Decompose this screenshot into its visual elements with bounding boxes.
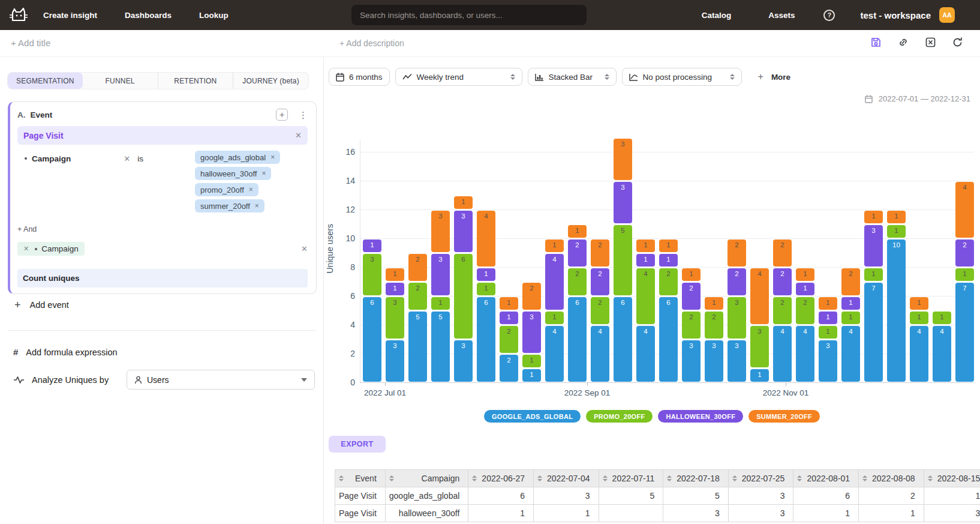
bar-segment[interactable]: 1: [568, 225, 587, 238]
aggregation-selector[interactable]: Count uniques: [17, 269, 308, 288]
legend-item[interactable]: GOOGLE_ADS_GLOBAL: [484, 410, 581, 423]
bar-segment[interactable]: 6: [568, 297, 587, 382]
bar-segment[interactable]: 5: [431, 312, 450, 382]
bar-segment[interactable]: 4: [933, 326, 951, 382]
bar-segment[interactable]: 10: [887, 239, 906, 382]
sort-icon[interactable]: [928, 475, 933, 481]
bar-segment[interactable]: 2: [522, 283, 541, 310]
bar-segment[interactable]: 2: [773, 268, 792, 295]
bar-segment[interactable]: 4: [636, 268, 655, 324]
bar-segment[interactable]: 3: [522, 312, 541, 353]
export-button[interactable]: EXPORT: [329, 436, 386, 453]
bar-segment[interactable]: 3: [454, 211, 473, 252]
remove-event-icon[interactable]: ✕: [295, 131, 302, 140]
filter-operator[interactable]: is: [137, 154, 143, 163]
bar-segment[interactable]: 4: [591, 326, 609, 382]
bar-segment[interactable]: 6: [477, 297, 495, 382]
bar-segment[interactable]: 1: [682, 268, 701, 281]
sort-icon[interactable]: [537, 475, 542, 481]
bar-segment[interactable]: 1: [386, 283, 404, 295]
bar-segment[interactable]: 1: [363, 239, 381, 252]
bar-segment[interactable]: 2: [591, 268, 609, 295]
search-input[interactable]: [351, 5, 587, 25]
duplicate-event-icon[interactable]: +: [276, 109, 288, 121]
add-event-button[interactable]: + Add event: [14, 300, 69, 310]
add-and-filter-button[interactable]: + And: [17, 225, 37, 233]
tab-funnel[interactable]: FUNNEL: [83, 73, 158, 89]
topbar-nav-item[interactable]: Dashboards: [125, 11, 172, 20]
bar-segment[interactable]: 2: [500, 326, 518, 353]
event-menu-icon[interactable]: ⋮: [299, 110, 308, 119]
remove-breakdown-icon[interactable]: ✕: [23, 245, 29, 253]
bar-segment[interactable]: 4: [955, 182, 974, 238]
filter-value-chip[interactable]: halloween_30off×: [195, 167, 271, 180]
bar-segment[interactable]: 1: [386, 268, 404, 281]
bar-segment[interactable]: 3: [864, 225, 883, 267]
link-icon[interactable]: [897, 37, 909, 48]
add-description-field[interactable]: + Add description: [339, 38, 404, 48]
bar-segment[interactable]: 1: [636, 239, 655, 252]
sort-icon[interactable]: [389, 475, 394, 481]
legend-item[interactable]: SUMMER_20OFF: [748, 410, 820, 423]
topbar-right-nav-item[interactable]: Catalog: [702, 11, 732, 20]
bar-segment[interactable]: 3: [431, 254, 450, 295]
sort-icon[interactable]: [339, 475, 344, 481]
bar-segment[interactable]: 7: [955, 283, 974, 382]
event-selector[interactable]: Page Visit ✕: [17, 126, 308, 145]
bar-segment[interactable]: 3: [705, 340, 723, 382]
bar-segment[interactable]: 5: [408, 312, 427, 382]
bar-segment[interactable]: 3: [728, 340, 746, 382]
bar-segment[interactable]: 2: [796, 297, 814, 324]
bar-segment[interactable]: 1: [477, 268, 495, 281]
analyze-by-select[interactable]: Users: [127, 370, 315, 390]
bar-segment[interactable]: 4: [636, 326, 655, 382]
bar-segment[interactable]: 2: [408, 283, 427, 310]
bar-segment[interactable]: 3: [614, 182, 632, 223]
bar-segment[interactable]: 1: [864, 268, 883, 281]
bar-segment[interactable]: 1: [887, 211, 906, 223]
bar-segment[interactable]: 2: [682, 283, 701, 310]
bar-segment[interactable]: 4: [477, 211, 495, 267]
bar-segment[interactable]: 1: [819, 312, 837, 324]
filter-value-chip[interactable]: google_ads_global×: [195, 151, 280, 164]
bar-segment[interactable]: 6: [659, 297, 678, 382]
sort-icon[interactable]: [732, 475, 737, 481]
bar-segment[interactable]: 1: [522, 369, 541, 382]
bar-segment[interactable]: 1: [841, 312, 860, 324]
bar-segment[interactable]: 2: [705, 312, 723, 339]
bar-segment[interactable]: 2: [408, 254, 427, 281]
filter-property[interactable]: Campaign: [32, 154, 71, 163]
more-button[interactable]: + More: [758, 71, 791, 82]
bar-segment[interactable]: 2: [773, 297, 792, 324]
refresh-icon[interactable]: [952, 37, 963, 48]
remove-breakdown-row-icon[interactable]: ✕: [301, 244, 308, 253]
close-box-icon[interactable]: [925, 37, 936, 48]
topbar-nav-item[interactable]: Lookup: [199, 11, 229, 20]
bar-segment[interactable]: 1: [477, 283, 495, 295]
bar-segment[interactable]: 2: [728, 239, 746, 267]
bar-segment[interactable]: 2: [773, 239, 792, 267]
bar-segment[interactable]: 1: [659, 239, 678, 252]
bar-segment[interactable]: 1: [431, 297, 450, 310]
bar-segment[interactable]: 3: [386, 297, 404, 339]
bar-segment[interactable]: 1: [500, 312, 518, 324]
tab-retention[interactable]: RETENTION: [158, 73, 233, 89]
bar-segment[interactable]: 6: [363, 297, 381, 382]
bar-segment[interactable]: 4: [545, 326, 564, 382]
bar-segment[interactable]: 1: [796, 268, 814, 281]
bar-segment[interactable]: 3: [363, 254, 381, 295]
bar-segment[interactable]: 2: [841, 268, 860, 295]
chart-type-select[interactable]: Stacked Bar: [528, 68, 617, 86]
workspace-name[interactable]: test - workspace: [860, 10, 931, 20]
bar-segment[interactable]: 1: [819, 326, 837, 339]
legend-item[interactable]: HALLOWEEN_30OFF: [658, 410, 743, 423]
cat-logo-icon[interactable]: [8, 7, 29, 23]
bar-segment[interactable]: 4: [545, 254, 564, 310]
topbar-nav-item[interactable]: Create insight: [43, 11, 97, 20]
bar-segment[interactable]: 6: [454, 254, 473, 339]
bar-segment[interactable]: 7: [864, 283, 883, 382]
remove-value-icon[interactable]: ×: [261, 169, 266, 178]
bar-segment[interactable]: 2: [591, 297, 609, 324]
bar-segment[interactable]: 1: [864, 211, 883, 223]
tab-segmentation[interactable]: SEGMENTATION: [8, 73, 83, 89]
